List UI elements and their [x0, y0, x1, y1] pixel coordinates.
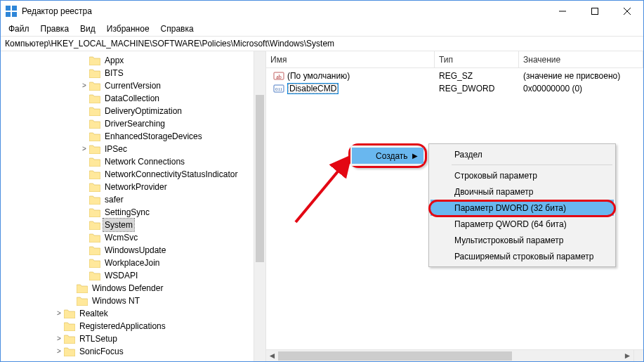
context-item-2[interactable]: Параметр DWORD (32 бита) — [431, 200, 614, 216]
tree-toggle-icon[interactable]: > — [54, 358, 64, 358]
context-item-5[interactable]: Расширяемый строковый параметр — [431, 248, 614, 264]
list-header: Имя Тип Значение — [266, 51, 643, 68]
cell-value: (значение не присвоено) — [519, 71, 643, 81]
context-item-section[interactable]: Раздел — [431, 146, 614, 162]
tree-toggle-icon[interactable]: > — [54, 345, 64, 358]
cell-value: 0x00000000 (0) — [519, 84, 643, 93]
tree-item-label: RegisteredApplications — [78, 320, 167, 332]
tree-item-registeredapplications[interactable]: >RegisteredApplications — [1, 320, 265, 332]
column-header-type[interactable]: Тип — [435, 51, 519, 67]
folder-icon — [77, 284, 88, 293]
tree-item-label: DeliveryOptimization — [103, 105, 183, 117]
tree-item-label: EnhancedStorageDevices — [103, 130, 204, 143]
context-item-0[interactable]: Строковый параметр — [431, 167, 614, 183]
context-separator — [452, 164, 612, 165]
tree-item-enhancedstoragedevices[interactable]: >EnhancedStorageDevices — [1, 130, 265, 143]
tree-item-driversearching[interactable]: >DriverSearching — [1, 117, 265, 130]
tree-item-safer[interactable]: >safer — [1, 193, 265, 206]
tree-item-networkprovider[interactable]: >NetworkProvider — [1, 181, 265, 193]
dword-value-icon: 011 — [273, 83, 284, 94]
tree-item-network-connections[interactable]: >Network Connections — [1, 155, 265, 168]
list-row-1[interactable]: 011DisableCMDREG_DWORD0x00000000 (0) — [266, 82, 643, 95]
folder-icon — [64, 322, 75, 331]
tree-toggle-icon[interactable]: > — [54, 307, 64, 320]
tree-item-currentversion[interactable]: >CurrentVersion — [1, 79, 265, 92]
tree-item-soundresearch[interactable]: >SoundResearch — [1, 358, 265, 358]
context-item-3[interactable]: Параметр QWORD (64 бита) — [431, 216, 614, 232]
scroll-left-icon[interactable]: ◄ — [266, 350, 278, 362]
folder-icon — [89, 221, 100, 230]
folder-icon — [89, 82, 100, 91]
context-item-4[interactable]: Мультистроковый параметр — [431, 232, 614, 248]
tree-item-wsdapi[interactable]: >WSDAPI — [1, 269, 265, 282]
tree-item-label: Windows NT — [91, 295, 141, 307]
context-item-1[interactable]: Двоичный параметр — [431, 183, 614, 200]
context-item-create[interactable]: Создать ▶ — [352, 148, 423, 164]
folder-icon — [64, 309, 75, 318]
svg-rect-3 — [12, 12, 17, 17]
folder-icon — [89, 259, 100, 268]
tree-item-datacollection[interactable]: >DataCollection — [1, 92, 265, 105]
menu-item-0[interactable]: Файл — [4, 22, 34, 35]
menu-item-1[interactable]: Правка — [36, 22, 74, 35]
tree-item-deliveryoptimization[interactable]: >DeliveryOptimization — [1, 105, 265, 117]
tree-item-windows-nt[interactable]: >Windows NT — [1, 295, 265, 307]
window-title: Редактор реестра — [22, 6, 546, 16]
tree-item-sonicfocus[interactable]: >SonicFocus — [1, 345, 265, 358]
list-body[interactable]: ab(По умолчанию)REG_SZ(значение не присв… — [266, 68, 643, 96]
cell-type: REG_DWORD — [435, 84, 519, 93]
svg-text:ab: ab — [276, 74, 282, 80]
address-bar[interactable]: Компьютер\HKEY_LOCAL_MACHINE\SOFTWARE\Po… — [1, 36, 643, 51]
tree-item-label: Appx — [103, 54, 125, 67]
list-row-0[interactable]: ab(По умолчанию)REG_SZ(значение не присв… — [266, 70, 643, 82]
folder-icon — [89, 107, 100, 116]
tree-item-settingsync[interactable]: >SettingSync — [1, 206, 265, 219]
column-header-name[interactable]: Имя — [266, 51, 435, 67]
folder-icon — [89, 271, 100, 280]
svg-rect-0 — [6, 6, 11, 11]
folder-icon — [89, 145, 100, 154]
tree-item-label: NetworkProvider — [103, 181, 169, 193]
string-value-icon: ab — [273, 70, 284, 82]
list-horizontal-scrollbar[interactable]: ◄ ► — [266, 349, 633, 361]
tree-item-bits[interactable]: >BITS — [1, 67, 265, 79]
minimize-button[interactable] — [546, 1, 579, 22]
folder-icon — [89, 69, 100, 78]
tree-item-networkconnectivitystatusindicator[interactable]: >NetworkConnectivityStatusIndicator — [1, 168, 265, 181]
tree-toggle-icon[interactable]: > — [54, 332, 64, 345]
tree-item-windows-defender[interactable]: >Windows Defender — [1, 282, 265, 295]
tree-item-rtlsetup[interactable]: >RTLSetup — [1, 332, 265, 345]
tree-item-label: SoundResearch — [78, 358, 141, 358]
close-button[interactable] — [611, 1, 643, 22]
titlebar: Редактор реестра — [1, 1, 643, 22]
folder-icon — [89, 233, 100, 243]
tree-item-label: WindowsUpdate — [103, 244, 167, 257]
column-header-value[interactable]: Значение — [519, 51, 643, 67]
tree-item-label: BITS — [103, 67, 125, 79]
folder-icon — [89, 183, 100, 192]
maximize-button[interactable] — [579, 1, 611, 22]
menu-item-3[interactable]: Избранное — [102, 22, 155, 35]
folder-icon — [64, 347, 75, 356]
tree-item-wcmsvc[interactable]: >WcmSvc — [1, 231, 265, 244]
rename-input[interactable]: DisableCMD — [287, 83, 339, 94]
tree-vertical-scrollbar[interactable] — [254, 51, 265, 361]
tree-item-system[interactable]: >System — [1, 219, 265, 231]
tree-toggle-icon[interactable]: > — [79, 79, 89, 92]
tree-item-label: WSDAPI — [103, 269, 139, 282]
menu-item-4[interactable]: Справка — [156, 22, 199, 35]
tree-item-appx[interactable]: >Appx — [1, 54, 265, 67]
scroll-right-icon[interactable]: ► — [622, 350, 633, 362]
tree-scroll[interactable]: >Appx>BITS>CurrentVersion>DataCollection… — [1, 54, 265, 358]
tree-item-workplacejoin[interactable]: >WorkplaceJoin — [1, 257, 265, 269]
tree-item-ipsec[interactable]: >IPSec — [1, 143, 265, 155]
tree-item-label: WorkplaceJoin — [103, 257, 161, 269]
tree-item-realtek[interactable]: >Realtek — [1, 307, 265, 320]
folder-icon — [77, 297, 88, 306]
svg-rect-1 — [12, 6, 17, 11]
menu-item-2[interactable]: Вид — [75, 22, 100, 35]
tree-item-label: SonicFocus — [78, 345, 125, 358]
tree-toggle-icon[interactable]: > — [79, 143, 89, 155]
tree-item-windowsupdate[interactable]: >WindowsUpdate — [1, 244, 265, 257]
folder-icon — [89, 94, 100, 103]
